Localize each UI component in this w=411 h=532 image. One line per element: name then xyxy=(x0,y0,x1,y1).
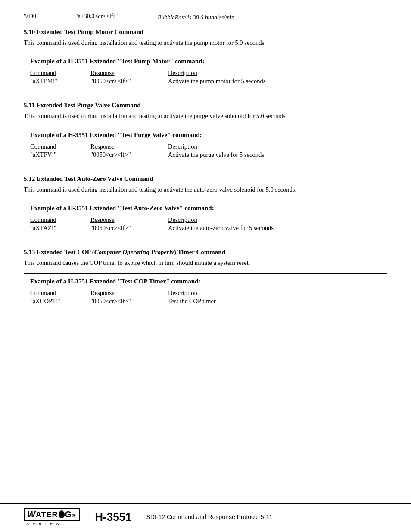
col-header-cmd: Command xyxy=(30,69,90,77)
top-col2: "a+30.0<cr><lf>" xyxy=(75,13,153,20)
top-col3: BubbleRate is 30.0 bubbles/min xyxy=(153,13,239,22)
top-col3-suffix: is 30.0 bubbles/min xyxy=(186,14,234,21)
section-5-13-heading-italic: Computer Operating Properly xyxy=(94,249,174,255)
data-desc: Test the COP timer xyxy=(168,298,381,305)
section-5-13-example-title: Example of a H-3551 Extended "Test COP T… xyxy=(30,278,381,285)
section-5-12-heading: 5.12 Extended Test Auto-Zero Valve Comma… xyxy=(24,175,387,183)
section-5-13-header-row: Command Response Description xyxy=(30,289,381,297)
top-row: "aD0!" "a+30.0<cr><lf>" BubbleRate is 30… xyxy=(24,13,387,22)
section-5-10-data-row: "aXTPM!" "0050<cr><lf>" Activate the pum… xyxy=(30,78,381,85)
section-5-11-example-title: Example of a H-3551 Extended "Test Purge… xyxy=(30,131,381,139)
section-5-12-text: This command is used during installation… xyxy=(24,185,387,194)
footer-model: H-3551 xyxy=(95,510,131,524)
footer: WATER G ® S E R I E S H-3551 SDI-12 Comm… xyxy=(0,503,411,532)
section-5-10: 5.10 Extended Test Pump Motor Command Th… xyxy=(24,28,387,91)
section-5-10-example-box: Example of a H-3551 Extended "Test Pump … xyxy=(24,53,387,91)
data-cmd: "aXTPV!" xyxy=(30,151,90,159)
section-5-11: 5.11 Extended Test Purge Valve Command T… xyxy=(24,102,387,165)
data-resp: "0050<cr><lf>" xyxy=(90,224,168,232)
footer-desc: SDI-12 Command and Response Protocol 5-1… xyxy=(146,513,273,520)
logo-box: WATER G ® S E R I E S xyxy=(24,508,80,526)
col-header-cmd: Command xyxy=(30,143,90,150)
section-5-11-data-row: "aXTPV!" "0050<cr><lf>" Activate the pur… xyxy=(30,151,381,159)
top-col1: "aD0!" xyxy=(24,13,75,20)
page: "aD0!" "a+30.0<cr><lf>" BubbleRate is 30… xyxy=(0,0,411,532)
col-header-desc: Description xyxy=(168,289,381,297)
section-5-13-example-box: Example of a H-3551 Extended "Test COP T… xyxy=(24,273,387,311)
col-header-desc: Description xyxy=(168,143,381,150)
logo-series-text: S E R I E S xyxy=(26,522,60,526)
data-desc: Activate the purge valve for 5 seconds xyxy=(168,151,381,159)
data-resp: "0050<cr><lf>" xyxy=(90,151,168,159)
col-header-desc: Description xyxy=(168,216,381,224)
section-5-10-example-title: Example of a H-3551 Extended "Test Pump … xyxy=(30,58,381,65)
col-header-resp: Response xyxy=(90,289,168,297)
data-cmd: "aXCOPT!" xyxy=(30,298,90,305)
section-5-13-heading: 5.13 Extended Test COP (Computer Operati… xyxy=(24,249,387,256)
col-header-cmd: Command xyxy=(30,289,90,297)
section-5-11-heading: 5.11 Extended Test Purge Valve Command xyxy=(24,102,387,109)
col-header-resp: Response xyxy=(90,69,168,77)
section-5-12-example-box: Example of a H-3551 Extended "Test Auto-… xyxy=(24,200,387,238)
section-5-10-header-row: Command Response Description xyxy=(30,69,381,77)
section-5-12-header-row: Command Response Description xyxy=(30,216,381,224)
section-5-12-data-row: "aXTAZ!" "0050<cr><lf>" Activate the aut… xyxy=(30,224,381,232)
section-5-13-text: This command causes the COP timer to exp… xyxy=(24,258,387,267)
top-italic: BubbleRate xyxy=(158,14,186,21)
section-5-13: 5.13 Extended Test COP (Computer Operati… xyxy=(24,249,387,311)
section-5-13-heading-end: ) Timer Command xyxy=(174,249,225,255)
section-5-13-data-row: "aXCOPT!" "0050<cr><lf>" Test the COP ti… xyxy=(30,298,381,305)
waterlog-logo: WATER G ® xyxy=(24,508,80,521)
section-5-13-heading-plain: 5.13 Extended Test COP ( xyxy=(24,249,94,255)
logo-water-text: WATER xyxy=(27,510,58,520)
col-header-desc: Description xyxy=(168,69,381,77)
col-header-cmd: Command xyxy=(30,216,90,224)
data-resp: "0050<cr><lf>" xyxy=(90,298,168,305)
data-desc: Activate the pump motor for 5 seconds xyxy=(168,78,381,85)
logo-reg-mark: ® xyxy=(72,513,76,518)
col-header-resp: Response xyxy=(90,216,168,224)
data-desc: Activate the auto-zero valve for 5 secon… xyxy=(168,224,381,232)
section-5-12: 5.12 Extended Test Auto-Zero Valve Comma… xyxy=(24,175,387,238)
data-cmd: "aXTAZ!" xyxy=(30,224,90,232)
section-5-11-example-box: Example of a H-3551 Extended "Test Purge… xyxy=(24,127,387,165)
section-5-12-example-title: Example of a H-3551 Extended "Test Auto-… xyxy=(30,205,381,212)
section-5-11-text: This command is used during installation… xyxy=(24,112,387,120)
section-5-10-heading: 5.10 Extended Test Pump Motor Command xyxy=(24,28,387,36)
data-cmd: "aXTPM!" xyxy=(30,78,90,85)
col-header-resp: Response xyxy=(90,143,168,150)
logo-log-text: G xyxy=(65,510,72,520)
data-resp: "0050<cr><lf>" xyxy=(90,78,168,85)
section-5-11-header-row: Command Response Description xyxy=(30,143,381,150)
section-5-10-text: This command is used during installation… xyxy=(24,38,387,47)
logo-drop-icon xyxy=(59,510,65,518)
